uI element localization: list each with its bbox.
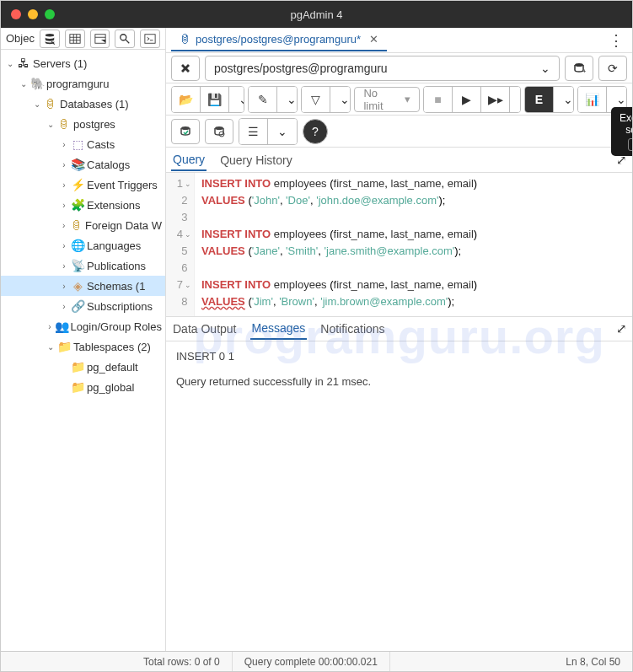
database-icon: 🛢: [180, 33, 190, 46]
explain-options-dropdown[interactable]: ⌄: [554, 87, 574, 112]
scratchpad-button[interactable]: ☰: [239, 119, 268, 144]
chevron-right-icon[interactable]: ›: [58, 179, 70, 191]
filter-dropdown[interactable]: ⌄: [330, 87, 351, 112]
chevron-right-icon[interactable]: ›: [58, 199, 70, 211]
tree-tablespaces[interactable]: ⌄📁Tablespaces (2): [1, 336, 165, 357]
close-window-button[interactable]: [11, 9, 21, 19]
chevron-right-icon[interactable]: ›: [58, 219, 69, 231]
svg-point-13: [215, 126, 223, 130]
save-dropdown[interactable]: ⌄: [229, 87, 244, 112]
fdw-icon: 🛢: [69, 218, 83, 232]
tree-extensions[interactable]: ›🧩Extensions: [1, 195, 165, 215]
query-tab[interactable]: 🛢 postgres/postgres@programguru* ✕: [171, 30, 387, 51]
tab-notifications[interactable]: Notifications: [319, 319, 386, 339]
filter-rows-icon[interactable]: [90, 30, 110, 48]
query-tool-icon[interactable]: [40, 30, 60, 48]
svg-point-12: [181, 126, 190, 130]
tree-pg-global[interactable]: 📁pg_global: [1, 377, 165, 397]
tree-pg-default[interactable]: 📁pg_default: [1, 357, 165, 377]
chevron-down-icon[interactable]: ⌄: [45, 118, 56, 130]
stop-button[interactable]: ■: [424, 87, 453, 112]
tree-event-triggers[interactable]: ›⚡Event Triggers: [1, 175, 165, 195]
tree-fdw[interactable]: ›🛢Foreign Data W: [1, 215, 165, 235]
line-gutter: 1⌄2 3 4⌄5 6 7⌄8: [166, 173, 195, 316]
extensions-icon: 🧩: [70, 198, 85, 212]
tree-login-roles[interactable]: ›👥Login/Group Roles: [1, 316, 165, 336]
tab-query[interactable]: Query: [171, 149, 207, 171]
connection-select[interactable]: postgres/postgres@programguru ⌄: [205, 56, 560, 81]
content: 🛢 postgres/postgres@programguru* ✕ ⋮ pos…: [166, 28, 632, 651]
casts-icon: ⬚: [70, 137, 85, 151]
open-file-button[interactable]: 📂: [172, 87, 201, 112]
search-icon[interactable]: [115, 30, 135, 48]
code-area[interactable]: INSERT INTO employees (first_name, last_…: [195, 173, 632, 316]
chevron-right-icon[interactable]: ›: [58, 260, 70, 271]
filter-button[interactable]: ▽: [302, 87, 330, 112]
tree-databases[interactable]: ⌄🛢Databases (1): [1, 94, 165, 114]
result-tabs: Data Output Messages Notifications ⤢: [166, 316, 632, 341]
commit-button[interactable]: [171, 119, 200, 144]
tree-server[interactable]: ⌄🐘programguru: [1, 73, 165, 94]
results-panel: programguru.org INSERT 0 1 Query returne…: [166, 341, 632, 651]
tab-data-output[interactable]: Data Output: [171, 319, 239, 339]
chevron-down-icon[interactable]: ⌄: [18, 78, 30, 89]
maximize-window-button[interactable]: [45, 9, 55, 19]
execute-dropdown[interactable]: ⌄: [510, 87, 521, 112]
tree-subscriptions[interactable]: ›🔗Subscriptions: [1, 296, 165, 316]
tree-postgres[interactable]: ⌄🛢postgres: [1, 114, 165, 134]
status-cursor: Ln 8, Col 50: [554, 652, 632, 671]
chevron-down-icon[interactable]: ⌄: [4, 57, 16, 69]
reset-layout-button[interactable]: ⟳: [598, 56, 627, 81]
object-tree: ⌄🖧Servers (1) ⌄🐘programguru ⌄🛢Databases …: [1, 50, 165, 651]
message-line-2: Query returned successfully in 21 msec.: [176, 375, 622, 388]
save-file-button[interactable]: 💾: [201, 87, 229, 112]
chevron-right-icon[interactable]: ›: [45, 320, 55, 332]
kebab-menu-icon[interactable]: ⋮: [605, 31, 627, 50]
scratchpad-dropdown[interactable]: ⌄: [268, 119, 297, 144]
psql-icon[interactable]: [140, 30, 160, 48]
chevron-right-icon[interactable]: ›: [58, 138, 70, 150]
limit-select[interactable]: No limit ▾: [354, 87, 420, 112]
chevron-down-icon: ▾: [405, 93, 410, 105]
tab-messages[interactable]: Messages: [250, 318, 308, 340]
rollback-button[interactable]: [205, 119, 233, 144]
chevron-right-icon[interactable]: ›: [58, 300, 70, 312]
help-button[interactable]: ?: [303, 119, 328, 144]
expand-icon[interactable]: ⤢: [616, 321, 627, 336]
tree-schemas[interactable]: ›◈Schemas (1: [1, 276, 165, 296]
tree-catalogs[interactable]: ›📚Catalogs: [1, 154, 165, 175]
minimize-window-button[interactable]: [28, 9, 38, 19]
execute-button[interactable]: ▶: [453, 87, 481, 112]
database-icon: 🛢: [43, 97, 58, 110]
explain-analyze-button[interactable]: E: [525, 87, 554, 112]
tree-servers[interactable]: ⌄🖧Servers (1): [1, 53, 165, 73]
chevron-right-icon[interactable]: ›: [58, 159, 70, 170]
chevron-right-icon[interactable]: ›: [58, 239, 70, 251]
chevron-down-icon[interactable]: ⌄: [31, 98, 43, 110]
chevron-down-icon[interactable]: ⌄: [45, 341, 56, 352]
tab-query-history[interactable]: Query History: [218, 150, 294, 170]
close-tab-icon[interactable]: ✕: [369, 33, 378, 46]
toolbar-2: ☰ ⌄ ?: [166, 116, 632, 148]
view-data-icon[interactable]: [65, 30, 85, 48]
filter-group: ▽ ⌄: [301, 86, 351, 113]
sql-editor[interactable]: 1⌄2 3 4⌄5 6 7⌄8 INSERT INTO employees (f…: [166, 173, 632, 316]
tree-publications[interactable]: ›📡Publications: [1, 255, 165, 276]
history-group: ☰ ⌄: [239, 118, 298, 145]
tree-languages[interactable]: ›🌐Languages: [1, 235, 165, 255]
execute-tooltip: Execute script F5: [611, 107, 632, 156]
status-rows: Total rows: 0 of 0: [131, 652, 233, 671]
macros-button[interactable]: 📊: [578, 87, 607, 112]
edit-button[interactable]: ✎: [249, 87, 277, 112]
edit-dropdown[interactable]: ⌄: [277, 87, 298, 112]
svg-rect-5: [94, 34, 105, 43]
execute-group: ■ ▶ ▶▸ ⌄: [423, 86, 521, 113]
chevron-right-icon[interactable]: ›: [58, 280, 70, 292]
explain-button[interactable]: ▶▸: [481, 87, 510, 112]
connection-status-icon[interactable]: [171, 56, 200, 81]
tree-casts[interactable]: ›⬚Casts: [1, 134, 165, 154]
new-connection-button[interactable]: +: [565, 56, 593, 81]
query-tabs: Query Query History ⤢: [166, 148, 632, 173]
languages-icon: 🌐: [70, 239, 85, 252]
limit-label: No limit: [363, 87, 391, 112]
